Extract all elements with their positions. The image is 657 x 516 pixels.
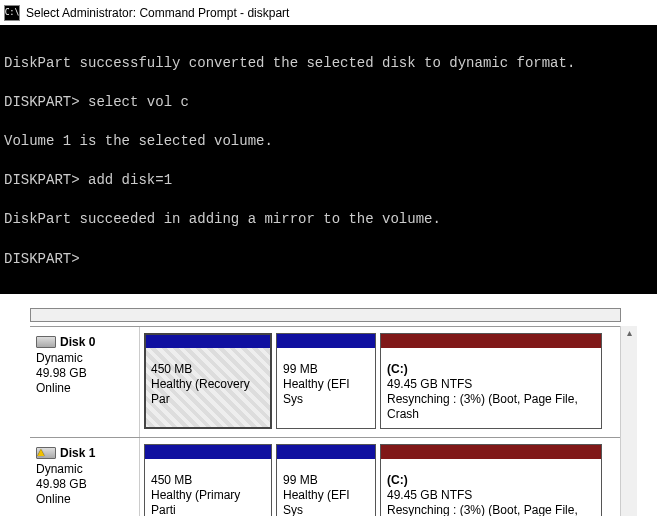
scroll-up-icon[interactable]: ▴ xyxy=(627,326,632,339)
partition-desc: Resynching : (3%) (Boot, Page File, Cras… xyxy=(387,392,595,422)
partition-desc: Healthy (EFI Sys xyxy=(283,488,369,516)
partition-desc: Resynching : (3%) (Boot, Page File, Cras… xyxy=(387,503,595,516)
partition[interactable]: 99 MBHealthy (EFI Sys xyxy=(276,444,376,516)
disk-status: Online xyxy=(36,492,133,507)
partition-color-bar xyxy=(277,445,375,459)
disk-size: 49.98 GB xyxy=(36,477,133,492)
disk-row: Disk 1Dynamic49.98 GBOnline450 MBHealthy… xyxy=(30,437,620,516)
partition-color-bar xyxy=(145,445,271,459)
partition-color-bar xyxy=(381,445,601,459)
disk-row: Disk 0Dynamic49.98 GBOnline450 MBHealthy… xyxy=(30,326,620,437)
partition-color-bar xyxy=(277,334,375,348)
partition-size: 450 MB xyxy=(151,362,265,377)
cmd-icon: C:\ xyxy=(4,5,20,21)
partition-color-bar xyxy=(145,334,271,348)
partition-desc: Healthy (Primary Parti xyxy=(151,488,265,516)
titlebar[interactable]: C:\ Select Administrator: Command Prompt… xyxy=(0,0,657,26)
partition-color-bar xyxy=(381,334,601,348)
volume-letter: (C:) xyxy=(387,473,595,488)
partition[interactable]: 99 MBHealthy (EFI Sys xyxy=(276,333,376,429)
partition[interactable]: (C:)49.45 GB NTFSResynching : (3%) (Boot… xyxy=(380,444,602,516)
disk-type: Dynamic xyxy=(36,462,133,477)
partition-size: 49.45 GB NTFS xyxy=(387,377,595,392)
disk-label[interactable]: Disk 0Dynamic49.98 GBOnline xyxy=(30,327,140,437)
disk-size: 49.98 GB xyxy=(36,366,133,381)
console-output[interactable]: DiskPart successfully converted the sele… xyxy=(0,26,657,294)
partition-desc: Healthy (EFI Sys xyxy=(283,377,369,407)
horizontal-scrollbar[interactable] xyxy=(30,308,621,322)
vertical-scrollbar[interactable]: ▴ xyxy=(620,326,637,516)
disk-icon xyxy=(36,336,56,348)
disk-icon xyxy=(36,447,56,459)
partition[interactable]: 450 MBHealthy (Recovery Par xyxy=(144,333,272,429)
partition-desc: Healthy (Recovery Par xyxy=(151,377,265,407)
partition-size: 49.45 GB NTFS xyxy=(387,488,595,503)
window-title: Select Administrator: Command Prompt - d… xyxy=(26,6,289,20)
disk-type: Dynamic xyxy=(36,351,133,366)
disk-label[interactable]: Disk 1Dynamic49.98 GBOnline xyxy=(30,438,140,516)
disk-name: Disk 0 xyxy=(60,335,95,349)
disk-management-panel: Disk 0Dynamic49.98 GBOnline450 MBHealthy… xyxy=(0,294,657,516)
partition-size: 99 MB xyxy=(283,473,369,488)
disk-list: Disk 0Dynamic49.98 GBOnline450 MBHealthy… xyxy=(30,326,620,516)
disk-name: Disk 1 xyxy=(60,446,95,460)
partition-container: 450 MBHealthy (Recovery Par99 MBHealthy … xyxy=(140,327,620,437)
partition[interactable]: (C:)49.45 GB NTFSResynching : (3%) (Boot… xyxy=(380,333,602,429)
partition[interactable]: 450 MBHealthy (Primary Parti xyxy=(144,444,272,516)
partition-container: 450 MBHealthy (Primary Parti99 MBHealthy… xyxy=(140,438,620,516)
volume-letter: (C:) xyxy=(387,362,595,377)
disk-status: Online xyxy=(36,381,133,396)
partition-size: 99 MB xyxy=(283,362,369,377)
partition-size: 450 MB xyxy=(151,473,265,488)
